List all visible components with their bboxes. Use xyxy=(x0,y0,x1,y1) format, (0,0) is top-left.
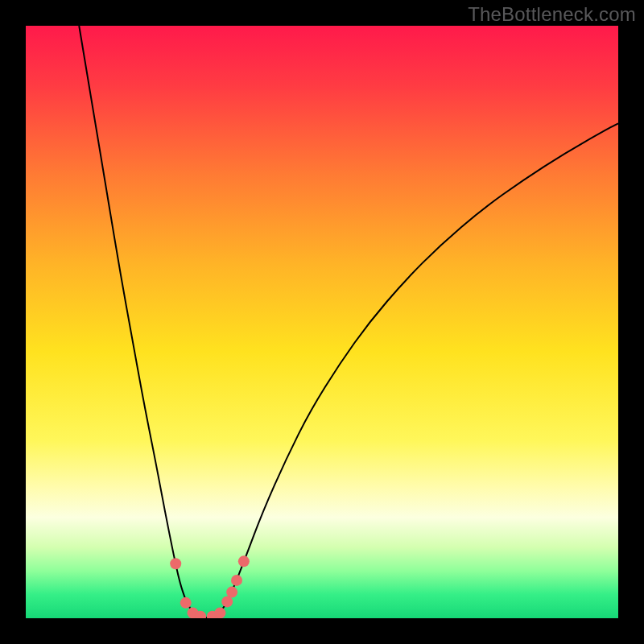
marker-point xyxy=(214,607,225,618)
marker-point xyxy=(238,555,250,567)
marker-point xyxy=(231,575,242,586)
gradient-background xyxy=(26,26,618,618)
marker-point xyxy=(180,597,192,609)
watermark-text: TheBottleneck.com xyxy=(468,3,636,26)
marker-point xyxy=(226,587,237,598)
chart-frame xyxy=(24,24,620,620)
marker-point xyxy=(170,558,181,569)
chart-svg xyxy=(26,26,618,618)
plot-area xyxy=(26,26,618,618)
